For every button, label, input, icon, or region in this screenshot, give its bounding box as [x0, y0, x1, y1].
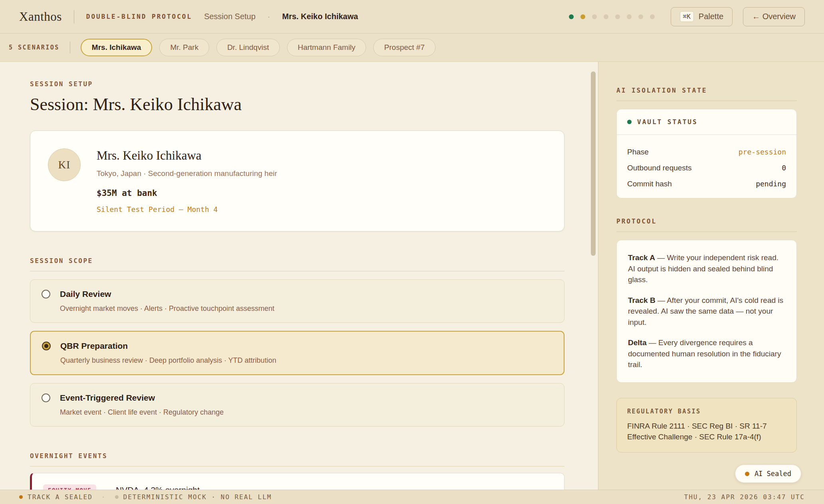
header-right: ⌘K Palette ← Overview: [569, 7, 805, 26]
status-timestamp: THU, 23 APR 2026 03:47 UTC: [684, 493, 805, 501]
progress-dot: [580, 14, 585, 19]
vault-status-card: VAULT STATUS Phase pre-session Outbound …: [616, 109, 797, 198]
overview-button-label: ← Overview: [752, 12, 796, 21]
palette-button[interactable]: ⌘K Palette: [671, 7, 733, 26]
header-divider: [74, 10, 74, 24]
vault-row-phase: Phase pre-session: [627, 148, 786, 156]
scope-option-description: Overnight market moves · Alerts · Proact…: [42, 304, 553, 313]
progress-dot: [638, 14, 643, 19]
scenario-pills: Mrs. Ichikawa Mr. Park Dr. Lindqvist Har…: [81, 39, 436, 56]
client-avatar: KI: [48, 148, 81, 181]
app-logo[interactable]: Xanthos: [19, 10, 62, 24]
breadcrumb-current: Mrs. Keiko Ichikawa: [282, 12, 358, 21]
progress-dot: [604, 14, 608, 19]
client-card: KI Mrs. Keiko Ichikawa Tokyo, Japan · Se…: [30, 130, 565, 231]
status-deterministic-mock: DETERMINISTIC MOCK · NO REAL LLM: [115, 493, 272, 501]
progress-dots: [569, 14, 655, 19]
overview-button[interactable]: ← Overview: [743, 7, 805, 26]
scope-option-qbr-preparation[interactable]: QBR Preparation Quarterly business revie…: [30, 331, 565, 375]
session-setup-main: SESSION SETUP Session: Mrs. Keiko Ichika…: [0, 62, 598, 504]
header-left: Xanthos DOUBLE-BLIND PROTOCOL Session Se…: [19, 10, 358, 24]
overnight-events-heading: OVERNIGHT EVENTS: [30, 452, 565, 460]
vault-row-label: Phase: [627, 148, 649, 156]
session-scope-rule: [30, 271, 565, 271]
ai-sealed-pill: AI Sealed: [735, 464, 801, 483]
sidebar-rule: [616, 101, 797, 101]
radio-qbr-preparation[interactable]: [42, 342, 51, 350]
protocol-heading: PROTOCOL: [616, 217, 797, 225]
regulatory-basis-heading: REGULATORY BASIS: [627, 408, 786, 415]
protocol-item-track-b: Track B — After your commit, AI's cold r…: [628, 295, 785, 328]
protocol-rule: [616, 231, 797, 232]
breadcrumb-separator: ·: [267, 12, 270, 21]
scenario-tab-mrs-ichikawa[interactable]: Mrs. Ichikawa: [81, 39, 153, 56]
scenario-tab-prospect-7[interactable]: Prospect #7: [373, 39, 435, 56]
status-separator: ·: [101, 493, 106, 501]
mock-status-dot-icon: [115, 495, 119, 499]
progress-dot: [627, 14, 632, 19]
regulatory-basis-text: FINRA Rule 2111 · SEC Reg BI · SR 11-7 E…: [627, 421, 786, 443]
breadcrumb-session-setup[interactable]: Session Setup: [204, 12, 256, 21]
session-scope-heading: SESSION SCOPE: [30, 257, 565, 265]
client-name: Mrs. Keiko Ichikawa: [97, 148, 277, 163]
app-header: Xanthos DOUBLE-BLIND PROTOCOL Session Se…: [0, 0, 824, 34]
client-status: Silent Test Period — Month 4: [97, 205, 277, 213]
protocol-card: Track A — Write your independent risk re…: [616, 240, 797, 383]
page-title: Session: Mrs. Keiko Ichikawa: [30, 94, 565, 115]
overnight-events-rule: [30, 466, 565, 466]
vault-row-outbound-requests: Outbound requests 0: [627, 164, 786, 172]
protocol-item-delta: Delta — Every divergence requires a docu…: [628, 337, 785, 370]
scope-option-event-triggered-review[interactable]: Event-Triggered Review Market event · Cl…: [30, 383, 565, 427]
track-a-status-label: TRACK A SEALED: [28, 493, 93, 501]
scope-option-daily-review[interactable]: Daily Review Overnight market moves · Al…: [30, 279, 565, 323]
ai-sealed-label: AI Sealed: [755, 470, 791, 478]
scenario-tab-dr-lindqvist[interactable]: Dr. Lindqvist: [216, 39, 280, 56]
protocol-item-track-a: Track A — Write your independent risk re…: [628, 252, 785, 285]
scenario-tabbar: 5 SCENARIOS Mrs. Ichikawa Mr. Park Dr. L…: [0, 34, 824, 62]
progress-dot: [615, 14, 620, 19]
ai-isolation-sidebar: AI ISOLATION STATE VAULT STATUS Phase pr…: [598, 62, 824, 504]
scenario-tab-mr-park[interactable]: Mr. Park: [159, 39, 209, 56]
progress-dot: [569, 14, 574, 19]
regulatory-basis-card: REGULATORY BASIS FINRA Rule 2111 · SEC R…: [616, 398, 797, 453]
vault-row-label: Commit hash: [627, 180, 672, 188]
ai-sealed-dot-icon: [745, 472, 749, 476]
progress-dot: [592, 14, 597, 19]
track-a-status-dot-icon: [19, 495, 23, 499]
tabbar-divider: [70, 42, 70, 53]
palette-button-label: Palette: [699, 12, 723, 21]
scope-option-description: Market event · Client life event · Regul…: [42, 408, 553, 417]
radio-daily-review[interactable]: [42, 290, 50, 298]
scope-option-label: QBR Preparation: [60, 341, 128, 351]
progress-dot: [650, 14, 655, 19]
mock-status-label: DETERMINISTIC MOCK · NO REAL LLM: [123, 493, 272, 501]
vault-row-commit-hash: Commit hash pending: [627, 180, 786, 188]
client-info: Mrs. Keiko Ichikawa Tokyo, Japan · Secon…: [97, 148, 277, 213]
scope-option-description: Quarterly business review · Deep portfol…: [42, 356, 553, 365]
client-meta: Tokyo, Japan · Second-generation manufac…: [97, 169, 277, 178]
radio-event-triggered-review[interactable]: [42, 393, 50, 402]
content-row: SESSION SETUP Session: Mrs. Keiko Ichika…: [0, 62, 824, 504]
vault-row-label: Outbound requests: [627, 164, 692, 172]
vault-status-title: VAULT STATUS: [637, 118, 698, 126]
protocol-label: DOUBLE-BLIND PROTOCOL: [86, 13, 192, 20]
status-bar: TRACK A SEALED · DETERMINISTIC MOCK · NO…: [0, 490, 824, 504]
client-aum: $35M at bank: [97, 188, 277, 198]
protocol-section: PROTOCOL Track A — Write your independen…: [616, 217, 797, 383]
scope-option-label: Event-Triggered Review: [60, 393, 155, 403]
vault-status-dot-icon: [627, 120, 632, 124]
session-setup-eyebrow: SESSION SETUP: [30, 80, 565, 88]
scope-option-label: Daily Review: [60, 289, 111, 299]
vault-row-value: pending: [756, 180, 786, 188]
main-scrollbar-thumb[interactable]: [591, 71, 596, 256]
palette-kbd-icon: ⌘K: [680, 11, 694, 22]
status-track-a-sealed: TRACK A SEALED: [19, 493, 93, 501]
scenario-tab-hartmann-family[interactable]: Hartmann Family: [287, 39, 366, 56]
vault-row-value: 0: [782, 164, 786, 172]
sidebar-heading: AI ISOLATION STATE: [616, 87, 797, 94]
scenario-count-label: 5 SCENARIOS: [9, 44, 59, 51]
vault-row-value: pre-session: [739, 148, 786, 156]
